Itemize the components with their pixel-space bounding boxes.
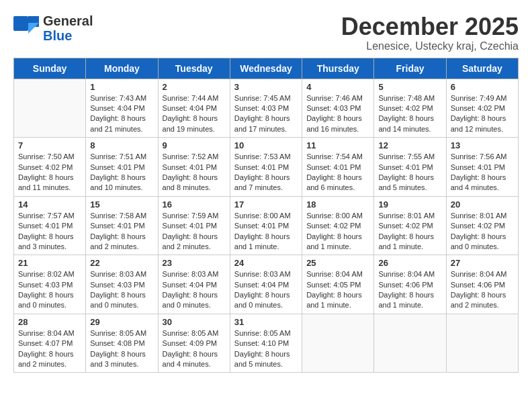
page-header: General Blue December 2025 Lenesice, Ust… (13, 13, 519, 52)
day-content: Sunrise: 8:00 AMSunset: 4:02 PMDaylight:… (306, 211, 369, 253)
calendar-week-row: 28Sunrise: 8:04 AMSunset: 4:07 PMDayligh… (14, 314, 519, 373)
calendar-cell: 22Sunrise: 8:03 AMSunset: 4:03 PMDayligh… (86, 255, 158, 314)
day-number: 7 (18, 140, 81, 150)
day-number: 26 (378, 258, 441, 268)
calendar-cell: 23Sunrise: 8:03 AMSunset: 4:04 PMDayligh… (158, 255, 230, 314)
calendar-week-row: 21Sunrise: 8:02 AMSunset: 4:03 PMDayligh… (14, 255, 519, 314)
calendar-cell (374, 314, 446, 373)
weekday-header-sunday: Sunday (14, 58, 86, 79)
calendar-table: SundayMondayTuesdayWednesdayThursdayFrid… (13, 58, 519, 373)
calendar-cell: 14Sunrise: 7:57 AMSunset: 4:01 PMDayligh… (14, 196, 86, 255)
day-content: Sunrise: 8:01 AMSunset: 4:02 PMDaylight:… (451, 211, 514, 253)
day-content: Sunrise: 8:05 AMSunset: 4:10 PMDaylight:… (234, 328, 298, 370)
day-content: Sunrise: 8:04 AMSunset: 4:06 PMDaylight:… (378, 269, 441, 311)
day-content: Sunrise: 8:00 AMSunset: 4:01 PMDaylight:… (234, 211, 298, 253)
calendar-cell: 13Sunrise: 7:56 AMSunset: 4:01 PMDayligh… (446, 138, 518, 197)
day-number: 16 (163, 199, 226, 210)
day-content: Sunrise: 8:05 AMSunset: 4:08 PMDaylight:… (90, 328, 153, 370)
day-content: Sunrise: 7:51 AMSunset: 4:01 PMDaylight:… (90, 152, 153, 193)
calendar-cell: 10Sunrise: 7:53 AMSunset: 4:01 PMDayligh… (230, 138, 302, 197)
calendar-cell: 3Sunrise: 7:45 AMSunset: 4:03 PMDaylight… (230, 79, 302, 138)
day-number: 21 (18, 258, 81, 268)
calendar-cell: 21Sunrise: 8:02 AMSunset: 4:03 PMDayligh… (14, 255, 86, 314)
calendar-cell (14, 79, 86, 138)
logo-icon (13, 16, 39, 38)
calendar-cell: 11Sunrise: 7:54 AMSunset: 4:01 PMDayligh… (302, 138, 374, 197)
calendar-cell: 19Sunrise: 8:01 AMSunset: 4:02 PMDayligh… (374, 196, 446, 255)
weekday-header-saturday: Saturday (446, 58, 518, 79)
calendar-cell: 8Sunrise: 7:51 AMSunset: 4:01 PMDaylight… (86, 138, 158, 197)
day-number: 30 (163, 317, 226, 327)
day-number: 6 (451, 82, 514, 92)
title-section: December 2025 Lenesice, Ustecky kraj, Cz… (341, 13, 519, 52)
day-content: Sunrise: 7:45 AMSunset: 4:03 PMDaylight:… (234, 93, 298, 135)
day-content: Sunrise: 7:46 AMSunset: 4:03 PMDaylight:… (306, 93, 369, 135)
weekday-header-row: SundayMondayTuesdayWednesdayThursdayFrid… (14, 58, 519, 79)
day-content: Sunrise: 8:04 AMSunset: 4:07 PMDaylight:… (18, 328, 81, 370)
day-content: Sunrise: 7:56 AMSunset: 4:01 PMDaylight:… (451, 152, 514, 193)
day-content: Sunrise: 7:53 AMSunset: 4:01 PMDaylight:… (234, 152, 298, 193)
day-content: Sunrise: 8:03 AMSunset: 4:04 PMDaylight:… (163, 269, 226, 311)
day-content: Sunrise: 7:59 AMSunset: 4:01 PMDaylight:… (163, 211, 226, 253)
calendar-cell: 25Sunrise: 8:04 AMSunset: 4:05 PMDayligh… (302, 255, 374, 314)
calendar-week-row: 7Sunrise: 7:50 AMSunset: 4:02 PMDaylight… (14, 138, 519, 197)
day-number: 5 (378, 82, 441, 92)
calendar-cell: 7Sunrise: 7:50 AMSunset: 4:02 PMDaylight… (14, 138, 86, 197)
day-content: Sunrise: 8:03 AMSunset: 4:03 PMDaylight:… (90, 269, 153, 311)
day-number: 3 (234, 82, 298, 92)
calendar-cell: 17Sunrise: 8:00 AMSunset: 4:01 PMDayligh… (230, 196, 302, 255)
day-number: 1 (90, 82, 153, 92)
logo: General Blue (13, 13, 93, 43)
calendar-cell: 1Sunrise: 7:43 AMSunset: 4:04 PMDaylight… (86, 79, 158, 138)
calendar-cell: 28Sunrise: 8:04 AMSunset: 4:07 PMDayligh… (14, 314, 86, 373)
weekday-header-friday: Friday (374, 58, 446, 79)
day-number: 11 (306, 140, 369, 150)
calendar-cell: 24Sunrise: 8:03 AMSunset: 4:04 PMDayligh… (230, 255, 302, 314)
day-number: 8 (90, 140, 153, 150)
day-number: 24 (234, 258, 298, 268)
day-content: Sunrise: 7:49 AMSunset: 4:02 PMDaylight:… (451, 93, 514, 135)
day-number: 27 (451, 258, 514, 268)
calendar-cell: 20Sunrise: 8:01 AMSunset: 4:02 PMDayligh… (446, 196, 518, 255)
weekday-header-wednesday: Wednesday (230, 58, 302, 79)
calendar-cell: 12Sunrise: 7:55 AMSunset: 4:01 PMDayligh… (374, 138, 446, 197)
calendar-cell: 5Sunrise: 7:48 AMSunset: 4:02 PMDaylight… (374, 79, 446, 138)
day-content: Sunrise: 7:57 AMSunset: 4:01 PMDaylight:… (18, 211, 81, 253)
day-content: Sunrise: 8:02 AMSunset: 4:03 PMDaylight:… (18, 269, 81, 311)
svg-rect-0 (13, 16, 28, 31)
calendar-cell: 18Sunrise: 8:00 AMSunset: 4:02 PMDayligh… (302, 196, 374, 255)
logo-blue-text: Blue (43, 28, 93, 43)
day-number: 23 (163, 258, 226, 268)
day-content: Sunrise: 7:48 AMSunset: 4:02 PMDaylight:… (378, 93, 441, 135)
day-content: Sunrise: 7:58 AMSunset: 4:01 PMDaylight:… (90, 211, 153, 253)
day-number: 14 (18, 199, 81, 210)
calendar-week-row: 14Sunrise: 7:57 AMSunset: 4:01 PMDayligh… (14, 196, 519, 255)
month-title: December 2025 (341, 13, 519, 40)
weekday-header-monday: Monday (86, 58, 158, 79)
calendar-cell: 16Sunrise: 7:59 AMSunset: 4:01 PMDayligh… (158, 196, 230, 255)
day-number: 17 (234, 199, 298, 210)
day-number: 2 (163, 82, 226, 92)
day-content: Sunrise: 7:43 AMSunset: 4:04 PMDaylight:… (90, 93, 153, 135)
calendar-cell (302, 314, 374, 373)
day-content: Sunrise: 8:01 AMSunset: 4:02 PMDaylight:… (378, 211, 441, 253)
day-number: 10 (234, 140, 298, 150)
day-number: 22 (90, 258, 153, 268)
day-number: 9 (163, 140, 226, 150)
day-content: Sunrise: 8:03 AMSunset: 4:04 PMDaylight:… (234, 269, 298, 311)
calendar-cell: 4Sunrise: 7:46 AMSunset: 4:03 PMDaylight… (302, 79, 374, 138)
day-content: Sunrise: 8:04 AMSunset: 4:06 PMDaylight:… (451, 269, 514, 311)
calendar-cell: 30Sunrise: 8:05 AMSunset: 4:09 PMDayligh… (158, 314, 230, 373)
weekday-header-tuesday: Tuesday (158, 58, 230, 79)
logo-general-text: General (43, 13, 93, 28)
day-content: Sunrise: 7:55 AMSunset: 4:01 PMDaylight:… (378, 152, 441, 193)
day-number: 15 (90, 199, 153, 210)
weekday-header-thursday: Thursday (302, 58, 374, 79)
day-number: 31 (234, 317, 298, 327)
calendar-cell: 15Sunrise: 7:58 AMSunset: 4:01 PMDayligh… (86, 196, 158, 255)
calendar-cell: 9Sunrise: 7:52 AMSunset: 4:01 PMDaylight… (158, 138, 230, 197)
day-number: 20 (451, 199, 514, 210)
day-number: 12 (378, 140, 441, 150)
day-number: 18 (306, 199, 369, 210)
calendar-cell: 2Sunrise: 7:44 AMSunset: 4:04 PMDaylight… (158, 79, 230, 138)
